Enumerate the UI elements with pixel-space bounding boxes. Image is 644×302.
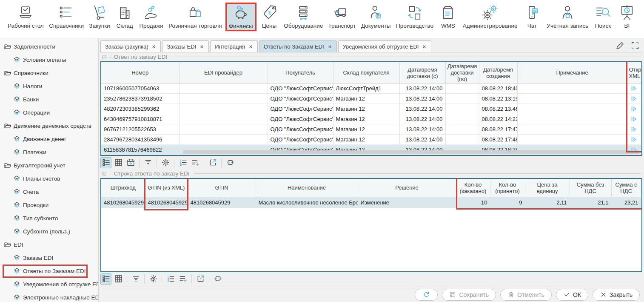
col-gtin[interactable]: GTIN	[188, 179, 256, 197]
table-row[interactable]: 2352786238373918502ОДО "ЛюксСофтСервис"М…	[101, 94, 641, 104]
close-icon[interactable]	[199, 44, 204, 49]
col-sum-with-vat[interactable]: Сумма с НДС	[611, 179, 641, 197]
toolbar-item-bi[interactable]: BI	[616, 3, 638, 30]
sidebar-item-payment-terms[interactable]: Условия оплаты	[0, 53, 98, 66]
sidebar-item-subconto-user[interactable]: Субконто (польз.)	[0, 225, 98, 238]
col-name[interactable]: Наименование	[256, 179, 358, 197]
add-row-button[interactable]	[177, 273, 188, 285]
tab-orders-purchase[interactable]: Заказы (закупка)	[100, 40, 161, 52]
close-icon[interactable]	[248, 44, 253, 49]
open-xml-icon[interactable]	[630, 95, 638, 102]
sidebar-item-banks[interactable]: Банки	[0, 93, 98, 106]
toolbar-item-purchases[interactable]: Закупки	[87, 3, 111, 30]
col-number[interactable]: Номер	[101, 62, 179, 83]
collapse-icon[interactable]	[101, 171, 107, 177]
edit-pencil-icon[interactable]	[615, 41, 624, 50]
collapse-icon[interactable]	[101, 54, 107, 60]
sidebar-item-chart-of-accounts[interactable]: Планы счетов	[0, 172, 98, 185]
open-in-window-button[interactable]	[195, 273, 206, 285]
toolbar-item-wms[interactable]: WMS	[437, 3, 459, 30]
toolbar-item-retail[interactable]: Розничная торговля	[167, 3, 223, 30]
refresh-button[interactable]	[212, 273, 223, 285]
table-row[interactable]: 2847967280341353496ОДО "ЛюксСофтСервис"М…	[101, 135, 641, 145]
col-sum-without-vat[interactable]: Сумма без НДС	[570, 179, 611, 197]
toolbar-item-warehouse[interactable]: Склад	[114, 3, 136, 30]
open-xml-icon[interactable]	[630, 85, 638, 92]
sidebar-item-references[interactable]: Справочники	[0, 66, 98, 80]
grid-view-button[interactable]	[113, 157, 124, 168]
numbered-list-button[interactable]	[177, 157, 188, 168]
filter-button[interactable]	[142, 157, 154, 168]
table-row-selected[interactable]: 481026804592948102680459294810268045929М…	[101, 197, 641, 208]
horizontal-scrollbar[interactable]	[183, 150, 639, 154]
col-created[interactable]: Дата/время создания	[479, 62, 517, 83]
table-row[interactable]: 482072303385299362ОДО "ЛюксСофтСервис"Ма…	[101, 104, 641, 114]
toolbar-item-finance[interactable]: Финансы	[225, 3, 256, 31]
tab-edi-orders[interactable]: Заказы EDI	[162, 40, 209, 52]
table-row[interactable]: 107186005077054063ОДО "ЛюксСофтСервис"Лю…	[101, 83, 641, 94]
settings-button[interactable]	[160, 157, 171, 168]
col-qty-ordered[interactable]: Кол-во (заказано)	[456, 179, 490, 197]
tab-edi-shipment-notices[interactable]: Уведомления об отгрузке EDI	[338, 40, 432, 52]
close-icon[interactable]	[422, 44, 427, 49]
fullscreen-icon[interactable]	[630, 41, 640, 50]
sidebar-item-postings[interactable]: Проводки	[0, 198, 98, 212]
calendar-view-button[interactable]	[125, 157, 136, 168]
toolbar-item-sales[interactable]: Продажи	[137, 3, 165, 30]
toolbar-item-administration[interactable]: Администрирование	[461, 3, 519, 30]
refresh-button[interactable]	[415, 289, 438, 301]
col-buyer[interactable]: Покупатель	[268, 62, 333, 83]
filter-button[interactable]	[130, 273, 141, 285]
sidebar-item-debts[interactable]: Задолженности	[0, 40, 98, 53]
open-xml-icon[interactable]	[630, 126, 638, 133]
list-view-button[interactable]	[100, 157, 111, 168]
col-delivery-from[interactable]: Дата/время доставки (с)	[399, 62, 445, 83]
sidebar-item-operations[interactable]: Операции	[0, 106, 98, 119]
col-delivery-to[interactable]: Дата/время доставки (по)	[445, 62, 479, 83]
toolbar-item-production[interactable]: Производство	[394, 3, 435, 30]
grid-view-button[interactable]	[113, 273, 124, 285]
toolbar-item-prices[interactable]: Цены	[258, 3, 280, 30]
col-qty-accepted[interactable]: Кол-во (принято)	[490, 179, 525, 197]
col-unit-price[interactable]: Цена за единицу	[525, 179, 570, 197]
add-row-button[interactable]	[190, 157, 201, 168]
numbered-list-button[interactable]	[165, 273, 176, 285]
close-icon[interactable]	[151, 44, 156, 49]
col-decision[interactable]: Решение	[358, 179, 456, 197]
save-button[interactable]: Сохранить	[442, 289, 496, 301]
sidebar-item-cash-flow[interactable]: Движение денежных средств	[0, 119, 98, 132]
refresh-button[interactable]	[225, 157, 236, 168]
sidebar-item-money-movement[interactable]: Движение денег	[0, 132, 98, 146]
tab-integration[interactable]: Интеграция	[210, 40, 258, 52]
sidebar-item-edi[interactable]: EDI	[0, 238, 98, 251]
tab-edi-order-responses[interactable]: Ответы по Заказам EDI	[259, 40, 337, 52]
sidebar-item-accounting[interactable]: Бухгалтерский учет	[0, 159, 98, 172]
cancel-button[interactable]: Отменить	[500, 289, 552, 301]
col-buyer-warehouse[interactable]: Склад покупателя	[333, 62, 399, 83]
sidebar-item-edi-shipment-notices[interactable]: Уведомления об отгрузке EDI	[0, 278, 98, 291]
open-xml-icon[interactable]	[630, 105, 638, 112]
open-in-window-button[interactable]	[207, 157, 218, 168]
toolbar-item-transport[interactable]: Транспорт	[327, 3, 358, 30]
close-icon[interactable]	[328, 44, 332, 49]
sidebar-item-subconto-type[interactable]: Тип субконто	[0, 212, 98, 225]
col-edi-provider[interactable]: EDI провайдер	[179, 62, 268, 83]
settings-button[interactable]	[148, 273, 159, 285]
toolbar-item-chat[interactable]: Чат	[521, 3, 543, 30]
sidebar-item-edi-order-responses[interactable]: Ответы по Заказам EDI	[3, 265, 88, 278]
sidebar-item-payments[interactable]: Платежи	[0, 146, 98, 159]
open-xml-icon[interactable]	[630, 115, 638, 123]
col-gtin-from-xml[interactable]: GTIN (из XML)	[145, 179, 188, 197]
toolbar-item-search[interactable]: Поиск	[592, 3, 614, 30]
toolbar-item-catalogs[interactable]: Справочники	[47, 3, 85, 30]
toolbar-item-desktop[interactable]: Рабочий стол	[6, 3, 46, 30]
open-xml-icon[interactable]	[630, 136, 638, 143]
close-button[interactable]: Закрыть	[593, 289, 640, 301]
ok-button[interactable]: ОК	[556, 289, 588, 301]
table-row[interactable]: 6430469757910818871ОДО "ЛюксСофтСервис"М…	[101, 114, 641, 124]
toolbar-item-documents[interactable]: Документы	[359, 3, 393, 30]
toolbar-item-account[interactable]: Учётная запись	[545, 3, 590, 30]
sidebar-item-edi-orders[interactable]: Заказы EDI	[0, 251, 98, 265]
list-view-button[interactable]	[100, 273, 111, 285]
sidebar-item-accounts[interactable]: Счета	[0, 185, 98, 198]
